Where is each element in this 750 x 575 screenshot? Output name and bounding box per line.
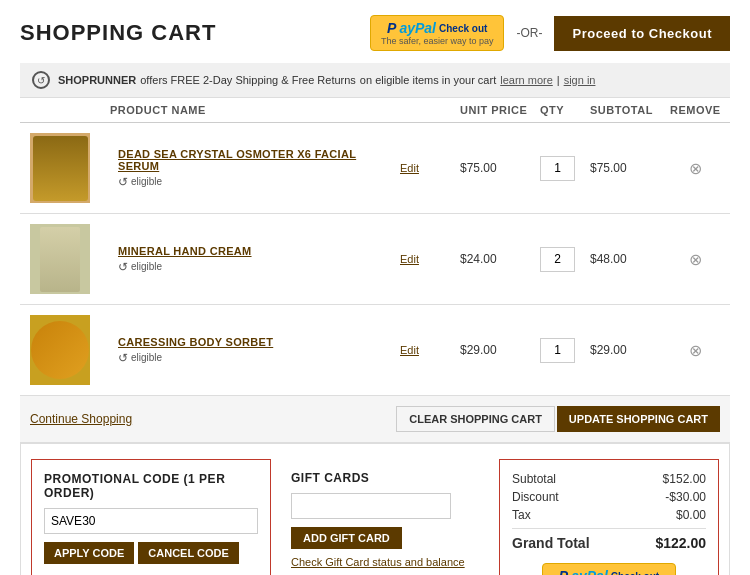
grand-total-value: $122.00 [655,535,706,551]
shoprunner-banner: ↺ SHOPRUNNER offers FREE 2-Day Shipping … [20,63,730,98]
eligible-label-sorbet: eligible [131,352,162,363]
paypal-checkout-label: Check out [439,23,487,34]
unit-price-cream: $24.00 [460,252,540,266]
remove-sorbet-button[interactable]: ⊗ [670,341,720,360]
shoprunner-icon: ↺ [32,71,50,89]
clear-cart-button[interactable]: CLEAR SHOPPING CART [396,406,555,432]
summary-divider [512,528,706,529]
qty-cream[interactable] [540,247,590,272]
subtotal-label: Subtotal [512,472,556,486]
edit-serum[interactable]: Edit [400,161,460,175]
paypal-checkout-label-summary: Check out [611,571,659,576]
qty-sorbet[interactable] [540,338,590,363]
product-image-serum [30,133,90,203]
continue-shopping-link[interactable]: Continue Shopping [30,412,132,426]
product-info-serum: DEAD SEA CRYSTAL OSMOTER X6 FACIAL SERUM… [110,148,400,189]
gift-cards-section: GIFT CARDS ADD GIFT CARD Check Gift Card… [291,459,479,575]
col-product-name: PRODUCT NAME [110,104,400,116]
table-row: MINERAL HAND CREAM ↺ eligible Edit $24.0… [20,214,730,305]
shoprunner-eligible-icon-sorbet: ↺ [118,351,128,365]
paypal-p: P [387,20,396,36]
edit-cream[interactable]: Edit [400,252,460,266]
promo-title: PROMOTIONAL CODE (1 PER ORDER) [44,472,258,500]
header-actions: P ayPal Check out The safer, easier way … [370,15,730,51]
col-edit [400,104,460,116]
proceed-to-checkout-button[interactable]: Proceed to Checkout [554,16,730,51]
grand-total-label: Grand Total [512,535,590,551]
table-header: PRODUCT NAME UNIT PRICE QTY SUBTOTAL REM… [20,98,730,123]
paypal-checkout-button[interactable]: P ayPal Check out The safer, easier way … [370,15,505,51]
discount-label: Discount [512,490,559,504]
edit-sorbet[interactable]: Edit [400,343,460,357]
eligible-badge-cream: ↺ eligible [118,260,400,274]
product-name-sorbet[interactable]: CARESSING BODY SORBET [118,336,400,348]
table-row: DEAD SEA CRYSTAL OSMOTER X6 FACIAL SERUM… [20,123,730,214]
shoprunner-eligible-icon-cream: ↺ [118,260,128,274]
update-cart-button[interactable]: UPDATE SHOPPING CART [557,406,720,432]
shoprunner-signin-link[interactable]: sign in [564,74,596,86]
col-unit-price: UNIT PRICE [460,104,540,116]
shoprunner-learn-link[interactable]: learn more [500,74,553,86]
eligible-badge-serum: ↺ eligible [118,175,400,189]
subtotal-cream: $48.00 [590,252,670,266]
gift-card-input[interactable] [291,493,451,519]
paypal-al: ayPal [399,20,436,36]
subtotal-value: $152.00 [663,472,706,486]
cart-action-buttons: CLEAR SHOPPING CART UPDATE SHOPPING CART [396,406,720,432]
grand-total-row: Grand Total $122.00 [512,535,706,551]
unit-price-serum: $75.00 [460,161,540,175]
product-name-serum[interactable]: DEAD SEA CRYSTAL OSMOTER X6 FACIAL SERUM [118,148,400,172]
subtotal-sorbet: $29.00 [590,343,670,357]
shoprunner-offer: offers FREE 2-Day Shipping & Free Return… [140,74,356,86]
paypal-al-summary: ayPal [571,568,608,575]
product-info-cream: MINERAL HAND CREAM ↺ eligible [110,245,400,274]
tax-value: $0.00 [676,508,706,522]
col-remove: REMOVE [670,104,720,116]
gift-title: GIFT CARDS [291,471,479,485]
discount-row: Discount -$30.00 [512,490,706,504]
paypal-p-summary: P [559,568,568,575]
unit-price-sorbet: $29.00 [460,343,540,357]
col-image [30,104,110,116]
page-header: SHOPPING CART P ayPal Check out The safe… [20,15,730,51]
order-summary: Subtotal $152.00 Discount -$30.00 Tax $0… [499,459,719,575]
qty-serum[interactable] [540,156,590,181]
bottom-section: PROMOTIONAL CODE (1 PER ORDER) APPLY COD… [20,443,730,575]
remove-serum-button[interactable]: ⊗ [670,159,720,178]
sorbet-image [31,321,89,379]
promo-buttons: APPLY CODE CANCEL CODE [44,542,258,564]
remove-cream-button[interactable]: ⊗ [670,250,720,269]
eligible-badge-sorbet: ↺ eligible [118,351,400,365]
discount-value: -$30.00 [665,490,706,504]
product-image-sorbet [30,315,90,385]
product-image-cream [30,224,90,294]
check-gift-card-link[interactable]: Check Gift Card status and balance [291,556,465,568]
or-separator: -OR- [516,26,542,40]
subtotal-row: Subtotal $152.00 [512,472,706,486]
table-row: CARESSING BODY SORBET ↺ eligible Edit $2… [20,305,730,396]
shoprunner-brand: SHOPRUNNER [58,74,136,86]
add-gift-card-button[interactable]: ADD GIFT CARD [291,527,402,549]
cream-image [40,227,80,292]
paypal-summary-button[interactable]: P ayPal Check out The safer, easier way … [542,563,677,575]
promo-code-section: PROMOTIONAL CODE (1 PER ORDER) APPLY COD… [31,459,271,575]
subtotal-serum: $75.00 [590,161,670,175]
page-title: SHOPPING CART [20,20,216,46]
paypal-subtitle: The safer, easier way to pay [381,36,494,46]
col-subtotal: SUBTOTAL [590,104,670,116]
action-bar: Continue Shopping CLEAR SHOPPING CART UP… [20,396,730,443]
apply-code-button[interactable]: APPLY CODE [44,542,134,564]
product-info-sorbet: CARESSING BODY SORBET ↺ eligible [110,336,400,365]
eligible-label-serum: eligible [131,176,162,187]
eligible-label-cream: eligible [131,261,162,272]
serum-image [33,136,88,201]
shoprunner-middle: on eligible items in your cart [360,74,496,86]
col-qty: QTY [540,104,590,116]
tax-row: Tax $0.00 [512,508,706,522]
promo-code-input[interactable] [44,508,258,534]
cancel-code-button[interactable]: CANCEL CODE [138,542,238,564]
tax-label: Tax [512,508,531,522]
shoprunner-eligible-icon: ↺ [118,175,128,189]
product-name-cream[interactable]: MINERAL HAND CREAM [118,245,400,257]
